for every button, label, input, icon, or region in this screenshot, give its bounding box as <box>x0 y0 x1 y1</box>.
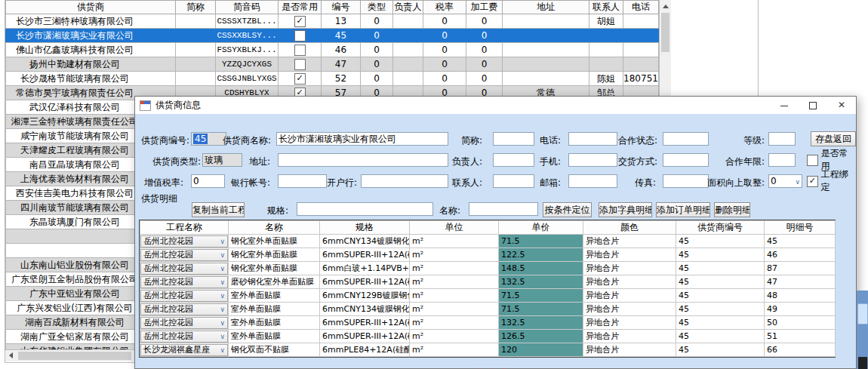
supplier-common-cell[interactable] <box>279 72 322 86</box>
coop-years-field[interactable] <box>768 153 796 167</box>
project-combo[interactable]: 岳州北控花园 <box>140 235 228 248</box>
detail-row[interactable]: 岳州北控花园 室外单面贴膜 6mmSUPER-III+12A(硅... m² 1… <box>140 330 836 343</box>
detail-spec-cell[interactable]: 6mmCNY129B镀膜钢化 <box>320 289 410 303</box>
supplier-common-cell[interactable] <box>279 57 322 72</box>
common-use-checkbox-row[interactable]: 是否常用 <box>807 153 856 167</box>
project-cell[interactable]: 岳州北控花园 <box>140 316 229 330</box>
supplier-type-cell[interactable]: 0 <box>361 29 393 43</box>
supplier-fee-cell[interactable]: 0 <box>466 14 503 29</box>
detail-unit-cell[interactable]: m² <box>410 248 499 262</box>
close-icon[interactable] <box>827 97 856 114</box>
detail-grid-header-cell[interactable]: 颜色 <box>583 221 676 235</box>
detail-grid-header-cell[interactable]: 明细号 <box>765 221 836 235</box>
detail-color-cell[interactable]: 异地合片 <box>583 303 676 316</box>
vat-field[interactable]: 0 <box>191 174 225 188</box>
detail-price-cell[interactable]: 126.5 <box>499 330 583 343</box>
locate-button[interactable]: 按条件定位 <box>543 202 592 217</box>
detail-unit-cell[interactable]: m² <box>410 235 499 248</box>
detail-name-cell[interactable]: 室外单面贴膜 <box>229 289 320 303</box>
detail-price-cell[interactable]: 132.5 <box>499 316 583 330</box>
detail-color-cell[interactable]: 异地合片 <box>583 330 676 343</box>
detail-unit-cell[interactable]: m² <box>410 316 499 330</box>
project-cell[interactable]: 岳州北控花园 <box>140 275 229 289</box>
supplier-table-header-cell[interactable]: 电话 <box>623 1 659 14</box>
supplier-no-field[interactable]: 45 <box>191 132 226 146</box>
supplier-id-cell[interactable]: 13 <box>322 14 361 29</box>
detail-spec-cell[interactable]: 6mmSUPER-III+12A(硅... <box>320 275 410 289</box>
detail-supplier-id-cell[interactable]: 45 <box>676 262 765 275</box>
project-combo[interactable]: 长沙龙湖祺鑫星座 <box>140 344 228 356</box>
bank-field[interactable] <box>361 174 448 188</box>
common-checkbox[interactable] <box>294 16 306 27</box>
detail-supplier-id-cell[interactable]: 45 <box>676 248 765 262</box>
detail-name-cell[interactable]: 钢化双面不贴膜 <box>229 343 320 357</box>
detail-unit-cell[interactable]: m² <box>410 330 499 343</box>
detail-supplier-id-cell[interactable]: 45 <box>676 303 765 316</box>
detail-unit-cell[interactable]: m² <box>410 262 499 275</box>
detail-unit-cell[interactable]: m² <box>410 303 499 316</box>
copy-project-button[interactable]: 复制当前工程 <box>192 202 245 217</box>
project-cell[interactable]: 岳州北控花园 <box>140 303 229 316</box>
mobile-field[interactable] <box>568 153 617 167</box>
save-return-button[interactable]: 存盘返回 <box>811 131 856 146</box>
detail-id-cell[interactable]: 45 <box>765 235 836 248</box>
supplier-phone-cell[interactable] <box>623 29 659 43</box>
detail-row[interactable]: 长沙龙湖祺鑫星座 钢化双面不贴膜 6mmPLE84+12A(硅酮胶... m² … <box>140 343 836 357</box>
supplier-abbr-cell[interactable] <box>176 57 216 72</box>
detail-price-cell[interactable]: 71.5 <box>499 289 583 303</box>
detail-supplier-id-cell[interactable]: 45 <box>676 316 765 330</box>
detail-grid-header-cell[interactable]: 单位 <box>410 221 499 235</box>
supplier-table-header-cell[interactable]: 负责人 <box>393 1 423 14</box>
supplier-table-header-cell[interactable]: 是否常用 <box>279 1 322 14</box>
detail-name-cell[interactable]: 钢化室外单面贴膜 <box>229 235 320 248</box>
supplier-table-header-cell[interactable]: 简称 <box>176 1 216 14</box>
scroll-up-icon[interactable] <box>663 5 669 8</box>
detail-grid-header-cell[interactable]: 工程名称 <box>140 221 229 235</box>
project-cell[interactable]: 岳州北控花园 <box>140 289 229 303</box>
detail-id-cell[interactable]: 47 <box>765 275 836 289</box>
detail-id-cell[interactable]: 66 <box>765 343 836 357</box>
common-checkbox[interactable] <box>294 59 306 70</box>
spec-filter-field[interactable] <box>297 202 433 216</box>
manager-field[interactable] <box>493 153 534 167</box>
abbr-field[interactable] <box>493 132 534 146</box>
supplier-table-header-cell[interactable]: 简音码 <box>216 1 279 14</box>
supplier-fee-cell[interactable]: 0 <box>466 29 503 43</box>
vertical-scroll-thumb[interactable] <box>661 13 669 52</box>
supplier-common-cell[interactable] <box>279 29 322 43</box>
detail-name-cell[interactable]: 室外单面贴膜 <box>229 316 320 330</box>
detail-grid-header-cell[interactable]: 名称 <box>229 221 320 235</box>
detail-spec-cell[interactable]: 6mmPLE84+12A(硅酮胶... <box>320 343 410 357</box>
supplier-row[interactable]: 扬州中勤建材有限公司 YZZQJCYXGS 47 0 0 0 <box>6 57 659 72</box>
supplier-tax-cell[interactable]: 0 <box>423 14 466 29</box>
project-cell[interactable]: 岳州北控花园 <box>140 235 229 248</box>
project-combo[interactable]: 岳州北控花园 <box>140 303 228 315</box>
supplier-contact-cell[interactable] <box>589 29 623 43</box>
name-filter-field[interactable] <box>469 202 538 216</box>
detail-row[interactable]: 岳州北控花园 钢化室外单面贴膜 6mm白玻+1.14PVB+6mm... m² … <box>140 262 836 275</box>
detail-spec-cell[interactable]: 6mm白玻+1.14PVB+6mm... <box>320 262 410 275</box>
supplier-common-cell[interactable] <box>279 14 322 29</box>
supplier-pycode-cell[interactable]: CSSXXBLSY... <box>216 29 279 43</box>
supplier-phone-cell[interactable] <box>623 57 659 72</box>
detail-name-cell[interactable]: 室外单面贴膜 <box>229 303 320 316</box>
detail-grid-header-cell[interactable]: 供货商编号 <box>676 221 765 235</box>
address-field[interactable] <box>278 153 448 167</box>
scroll-left-icon[interactable] <box>9 352 13 358</box>
supplier-addr-cell[interactable] <box>503 72 589 86</box>
supplier-addr-cell[interactable] <box>503 29 589 43</box>
detail-id-cell[interactable]: 46 <box>765 248 836 262</box>
supplier-tax-cell[interactable]: 0 <box>423 29 466 43</box>
common-checkbox[interactable] <box>294 45 306 56</box>
detail-price-cell[interactable]: 148.5 <box>499 262 583 275</box>
supplier-table-header-cell[interactable]: 供货商 <box>6 1 176 14</box>
project-combo[interactable]: 岳州北控花园 <box>140 276 228 288</box>
supplier-row[interactable]: 长沙晟格节能玻璃有限公司 CSSGJNBLYXGS 52 0 0 0 陈姐 18… <box>6 72 659 86</box>
supplier-contact-cell[interactable]: 陈姐 <box>589 72 623 86</box>
project-bind-checkbox[interactable] <box>807 176 818 187</box>
detail-spec-cell[interactable]: 6mmCNY134镀膜钢化 <box>320 235 410 248</box>
common-checkbox[interactable] <box>294 73 306 85</box>
detail-price-cell[interactable]: 71.5 <box>499 303 583 316</box>
supplier-table-header-cell[interactable]: 税率 <box>423 1 466 14</box>
supplier-addr-cell[interactable] <box>503 57 589 72</box>
